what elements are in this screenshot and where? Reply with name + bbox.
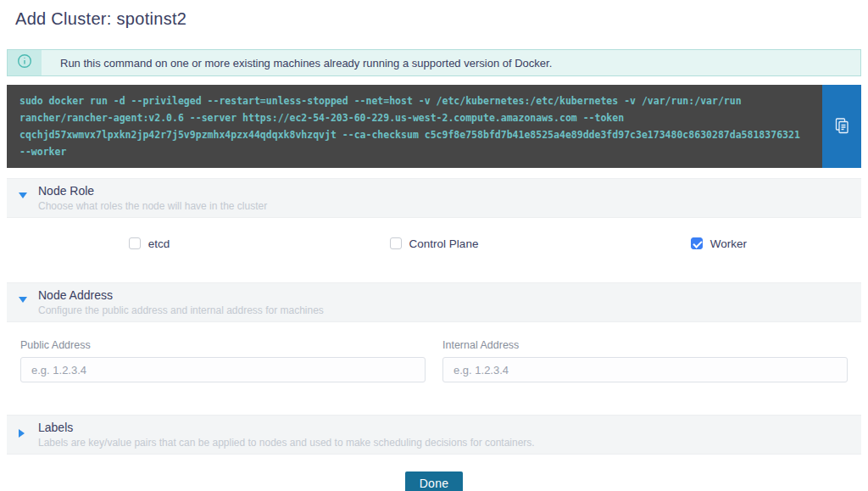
internal-address-label: Internal Address <box>442 339 848 351</box>
footer: Done <box>7 471 861 491</box>
docker-command-block: sudo docker run -d --privileged --restar… <box>7 85 861 168</box>
page-title: Add Cluster: spotinst2 <box>15 8 861 29</box>
add-cluster-page: Add Cluster: spotinst2 Run this command … <box>0 0 868 491</box>
banner-message: Run this command on one or more existing… <box>42 57 552 70</box>
public-address-label: Public Address <box>20 339 426 351</box>
chevron-right-icon <box>19 429 27 438</box>
checkbox-control-plane-box <box>390 237 402 249</box>
public-address-field-group: Public Address <box>20 339 426 382</box>
internal-address-input[interactable] <box>442 357 848 382</box>
info-banner: Run this command on one or more existing… <box>7 49 861 76</box>
node-role-options: etcd Control Plane Worker <box>7 218 861 269</box>
section-header-node-address[interactable]: Node Address Configure the public addres… <box>7 282 861 322</box>
section-header-labels[interactable]: Labels Labels are key/value pairs that c… <box>7 415 861 455</box>
checkbox-worker-label: Worker <box>710 237 747 250</box>
internal-address-field-group: Internal Address <box>442 339 848 382</box>
checkbox-worker-box <box>691 237 703 249</box>
section-subtitle-labels: Labels are key/value pairs that can be a… <box>38 437 535 449</box>
section-title-labels: Labels <box>38 421 535 435</box>
section-subtitle-node-role: Choose what roles the node will have in … <box>38 200 267 212</box>
chevron-down-icon <box>19 192 27 198</box>
chevron-down-icon <box>19 297 27 303</box>
checkbox-etcd-label: etcd <box>148 237 170 250</box>
section-header-node-role[interactable]: Node Role Choose what roles the node wil… <box>7 178 861 218</box>
section-title-node-address: Node Address <box>38 288 324 303</box>
node-address-fields: Public Address Internal Address <box>7 322 861 406</box>
checkbox-etcd[interactable]: etcd <box>129 237 170 250</box>
docker-command-text: sudo docker run -d --privileged --restar… <box>7 85 822 168</box>
section-subtitle-node-address: Configure the public address and interna… <box>38 304 324 316</box>
section-title-node-role: Node Role <box>38 184 267 198</box>
info-icon-box <box>8 50 42 75</box>
checkbox-etcd-box <box>129 237 141 249</box>
info-icon <box>17 53 32 72</box>
public-address-input[interactable] <box>20 357 426 382</box>
checkbox-control-plane-label: Control Plane <box>409 237 479 250</box>
checkbox-worker[interactable]: Worker <box>691 237 747 250</box>
checkbox-control-plane[interactable]: Control Plane <box>390 237 479 250</box>
copy-to-clipboard-button[interactable] <box>822 85 861 168</box>
done-button[interactable]: Done <box>405 471 464 491</box>
clipboard-icon <box>832 116 851 137</box>
